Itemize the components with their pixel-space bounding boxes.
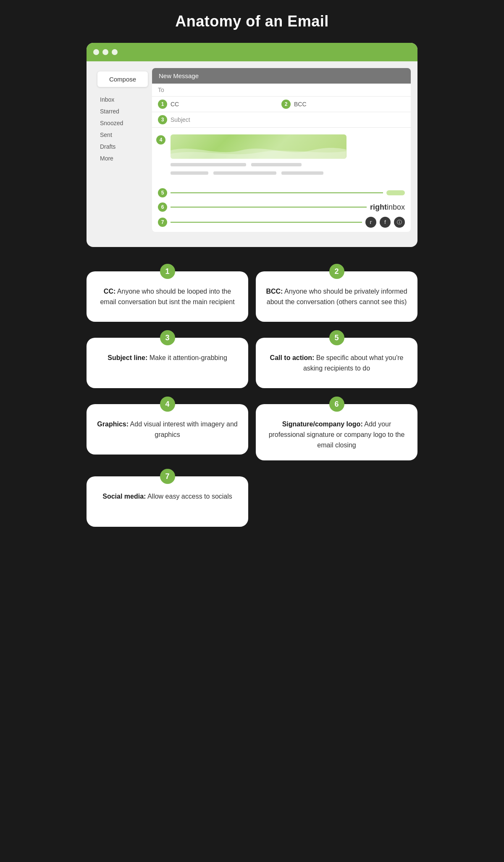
card-4-bold: Graphics: (97, 420, 129, 428)
card-5-bold: Call to action: (270, 354, 315, 361)
sidebar-more[interactable]: More (93, 152, 152, 164)
social-row: 7 𝕣 f ⓘ (158, 214, 405, 230)
sig-number-badge: 6 (158, 202, 167, 212)
sidebar-starred[interactable]: Starred (93, 105, 152, 117)
card-1-bold: CC: (104, 288, 116, 295)
social-line (171, 222, 362, 223)
social-icons: 𝕣 f ⓘ (365, 217, 405, 228)
cta-pill (386, 190, 405, 195)
titlebar-dot-3 (112, 49, 118, 55)
card-7-wrapper: 7 Social media: Allow easy access to soc… (87, 469, 248, 527)
card-4-text: Add visual interest with imagery and gra… (129, 420, 238, 438)
card-3: Subject line: Make it attention-grabbing (87, 338, 248, 388)
card-2-wrapper: 2 BCC: Anyone who should be privately in… (256, 264, 417, 322)
card-3-text: Make it attention-grabbing (147, 354, 227, 361)
cc-label: CC (171, 101, 179, 108)
to-label: To (158, 87, 171, 93)
card-5: Call to action: Be specific about what y… (256, 338, 417, 388)
brand-bold: right (370, 203, 387, 211)
sidebar-sent[interactable]: Sent (93, 129, 152, 141)
signature-row: 6 rightinbox (158, 200, 405, 214)
card-4: Graphics: Add visual interest with image… (87, 404, 248, 455)
cc-bcc-row: 1 CC 2 BCC (152, 97, 411, 112)
titlebar (87, 43, 417, 61)
card-1-wrapper: 1 CC: Anyone who should be looped into t… (87, 264, 248, 322)
card-4-badge: 4 (160, 397, 175, 412)
cta-number-badge: 5 (158, 188, 167, 197)
card-1: CC: Anyone who should be looped into the… (87, 271, 248, 322)
social-number-badge: 7 (158, 218, 167, 227)
card-6: Signature/company logo: Add your profess… (256, 404, 417, 460)
card-2-text: Anyone who should be privately informed … (267, 288, 407, 305)
facebook-icon: f (380, 217, 391, 228)
titlebar-dot-1 (93, 49, 99, 55)
email-header: New Message (152, 68, 411, 84)
titlebar-dot-2 (102, 49, 108, 55)
sidebar-drafts[interactable]: Drafts (93, 141, 152, 152)
card-1-text: Anyone who should be looped into the ema… (100, 288, 234, 305)
card-5-wrapper: 5 Call to action: Be specific about what… (256, 330, 417, 388)
card-5-badge: 5 (329, 330, 344, 345)
card-7-badge: 7 (160, 469, 175, 484)
card-7-bold: Social media: (102, 493, 146, 500)
subject-number-badge: 3 (158, 115, 167, 124)
card-3-bold: Subject line: (108, 354, 147, 361)
twitter-icon: 𝕣 (365, 217, 376, 228)
card-6-wrapper: 6 Signature/company logo: Add your profe… (256, 397, 417, 460)
bcc-label: BCC (294, 101, 307, 108)
brand-logo: rightinbox (370, 203, 405, 212)
bcc-number-badge: 2 (281, 100, 291, 109)
card-1-badge: 1 (160, 264, 175, 279)
to-field: To (152, 84, 411, 97)
action-rows: 5 6 rightinbox 7 𝕣 (152, 184, 411, 232)
sidebar-inbox[interactable]: Inbox (93, 94, 152, 105)
subject-label: Subject (171, 116, 190, 123)
compose-button[interactable]: Compose (97, 71, 148, 87)
email-body (152, 129, 411, 182)
card-4-wrapper: 4 Graphics: Add visual interest with ima… (87, 397, 248, 460)
email-sidebar: Compose Inbox Starred Snoozed Sent Draft… (93, 68, 152, 232)
cards-grid: 1 CC: Anyone who should be looped into t… (87, 264, 417, 527)
subject-field: 3 Subject (152, 112, 411, 128)
card-6-bold: Signature/company logo: (282, 420, 363, 428)
card-7: Social media: Allow easy access to socia… (87, 476, 248, 527)
email-content: New Message To 1 CC 2 BCC 3 Subjec (152, 68, 411, 232)
card-2-badge: 2 (329, 264, 344, 279)
card-7-text: Allow easy access to socials (146, 493, 232, 500)
cc-number-badge: 1 (158, 100, 167, 109)
placeholder-lines (171, 163, 405, 177)
email-graphic (171, 134, 346, 159)
body-number-badge: 4 (156, 135, 165, 145)
card-3-badge: 3 (160, 330, 175, 345)
page-title: Anatomy of an Email (87, 13, 417, 30)
instagram-icon: ⓘ (394, 217, 405, 228)
brand-light: inbox (387, 203, 405, 211)
email-mockup: Compose Inbox Starred Snoozed Sent Draft… (87, 43, 417, 247)
card-5-text: Be specific about what you're asking rec… (303, 354, 404, 372)
cta-line (171, 192, 383, 193)
sidebar-snoozed[interactable]: Snoozed (93, 117, 152, 129)
card-3-wrapper: 3 Subject line: Make it attention-grabbi… (87, 330, 248, 388)
card-6-badge: 6 (329, 397, 344, 412)
card-2-bold: BCC: (266, 288, 283, 295)
sig-line (171, 207, 367, 208)
cta-row: 5 (158, 186, 405, 200)
card-2: BCC: Anyone who should be privately info… (256, 271, 417, 322)
